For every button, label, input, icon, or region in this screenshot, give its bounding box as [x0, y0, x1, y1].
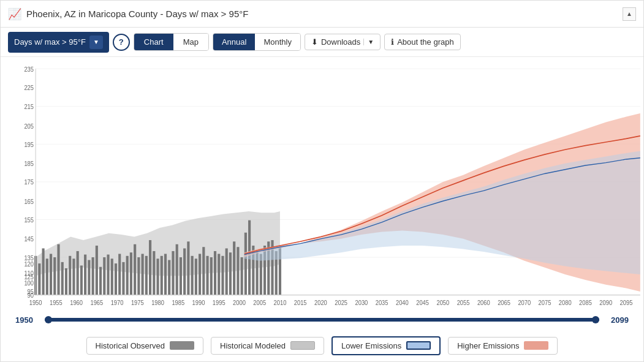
- timeline-track[interactable]: [45, 318, 599, 322]
- svg-rect-75: [115, 263, 117, 295]
- svg-text:175: 175: [24, 179, 34, 186]
- svg-rect-90: [172, 251, 174, 295]
- timeline-handle-right[interactable]: [592, 316, 599, 323]
- svg-rect-80: [134, 244, 136, 295]
- chart-icon: 📈: [8, 7, 21, 21]
- view-tab-group: Chart Map: [134, 33, 209, 51]
- svg-rect-57: [46, 258, 48, 295]
- svg-rect-77: [122, 262, 124, 295]
- downloads-button[interactable]: ⬇ Downloads ▼: [305, 34, 381, 50]
- legend-swatch-hist-mod: [290, 341, 315, 350]
- svg-text:2050: 2050: [436, 300, 449, 306]
- svg-rect-85: [153, 251, 155, 295]
- svg-text:2090: 2090: [599, 300, 612, 306]
- svg-rect-102: [218, 254, 220, 295]
- svg-rect-61: [61, 262, 64, 295]
- svg-rect-108: [241, 257, 243, 295]
- svg-text:2010: 2010: [274, 300, 287, 306]
- legend-historical-modeled[interactable]: Historical Modeled: [211, 337, 324, 355]
- svg-rect-64: [72, 258, 75, 295]
- svg-rect-59: [53, 257, 56, 295]
- period-monthly[interactable]: Monthly: [255, 34, 300, 50]
- svg-rect-74: [111, 258, 113, 295]
- svg-text:2080: 2080: [559, 300, 572, 306]
- period-annual[interactable]: Annual: [213, 34, 255, 50]
- svg-text:155: 155: [24, 217, 34, 224]
- svg-rect-73: [107, 255, 109, 295]
- svg-rect-58: [50, 254, 52, 295]
- svg-rect-71: [99, 267, 102, 295]
- svg-text:2000: 2000: [233, 300, 246, 306]
- svg-rect-101: [214, 251, 216, 295]
- legend-historical-observed[interactable]: Historical Observed: [86, 337, 203, 355]
- info-icon: ℹ: [391, 37, 394, 47]
- legend-lower-emissions[interactable]: Lower Emissions: [331, 336, 441, 355]
- svg-text:1975: 1975: [131, 300, 144, 306]
- svg-text:2055: 2055: [457, 300, 470, 306]
- svg-text:1980: 1980: [151, 300, 164, 306]
- timeline-row: 1950 2099: [1, 309, 643, 331]
- svg-rect-72: [103, 257, 105, 295]
- tab-chart[interactable]: Chart: [134, 34, 173, 50]
- help-button[interactable]: ?: [113, 34, 130, 51]
- svg-rect-84: [149, 240, 151, 295]
- about-button[interactable]: ℹ About the graph: [384, 34, 461, 50]
- svg-rect-107: [237, 247, 239, 295]
- svg-rect-93: [183, 248, 186, 295]
- svg-text:2040: 2040: [396, 300, 409, 306]
- svg-text:120: 120: [24, 260, 34, 267]
- page-title: Phoenix, AZ in Maricopa County - Days w/…: [26, 9, 623, 19]
- svg-rect-81: [137, 257, 140, 295]
- svg-text:235: 235: [24, 66, 34, 72]
- variable-dropdown[interactable]: Days w/ max > 95°F ▼: [8, 32, 109, 53]
- tab-map[interactable]: Map: [173, 34, 208, 50]
- svg-text:215: 215: [24, 104, 34, 110]
- svg-rect-66: [80, 265, 83, 295]
- svg-text:2085: 2085: [579, 300, 592, 306]
- svg-text:1970: 1970: [111, 300, 124, 306]
- legend-label-hist-mod: Historical Modeled: [220, 341, 286, 350]
- svg-text:110: 110: [24, 270, 34, 277]
- svg-rect-97: [199, 254, 201, 295]
- legend-swatch-higher: [524, 341, 548, 350]
- svg-rect-94: [187, 241, 189, 295]
- collapse-icon: ▲: [626, 10, 632, 17]
- svg-rect-69: [92, 257, 94, 295]
- toolbar: Days w/ max > 95°F ▼ ? Chart Map Annual …: [1, 28, 643, 57]
- svg-text:2035: 2035: [376, 300, 388, 306]
- collapse-button[interactable]: ▲: [623, 7, 636, 21]
- svg-rect-98: [202, 247, 205, 295]
- svg-rect-96: [195, 258, 197, 295]
- svg-rect-83: [145, 256, 148, 295]
- svg-rect-92: [180, 257, 182, 295]
- downloads-chevron-icon: ▼: [363, 39, 374, 45]
- download-icon: ⬇: [311, 37, 318, 47]
- svg-rect-67: [84, 255, 86, 295]
- svg-text:2060: 2060: [477, 300, 490, 306]
- chevron-down-icon: ▼: [89, 36, 103, 49]
- legend-swatch-lower: [406, 341, 431, 350]
- legend-higher-emissions[interactable]: Higher Emissions: [448, 337, 558, 355]
- svg-rect-63: [69, 256, 71, 295]
- legend-label-lower: Lower Emissions: [341, 341, 401, 350]
- chart-area: Days per year with max above 95°F 235 21…: [1, 57, 643, 309]
- svg-text:2005: 2005: [253, 300, 266, 306]
- svg-rect-99: [206, 256, 208, 295]
- chart-svg: Days per year with max above 95°F 235 21…: [1, 62, 643, 309]
- svg-rect-104: [225, 248, 228, 295]
- svg-text:1950: 1950: [29, 300, 42, 306]
- svg-text:2070: 2070: [518, 300, 531, 306]
- svg-rect-105: [229, 252, 232, 295]
- svg-text:2020: 2020: [314, 300, 327, 306]
- svg-rect-86: [156, 258, 159, 295]
- svg-rect-88: [164, 254, 167, 295]
- svg-rect-65: [77, 251, 79, 295]
- svg-text:2095: 2095: [620, 300, 633, 306]
- period-tab-group: Annual Monthly: [213, 33, 301, 51]
- timeline-handle-left[interactable]: [45, 316, 52, 323]
- svg-text:1960: 1960: [70, 300, 83, 306]
- x-axis: 1950 1955 1960 1965 1970 1975 1980 1985 …: [29, 300, 633, 306]
- svg-text:2025: 2025: [335, 300, 347, 306]
- svg-rect-79: [130, 252, 132, 295]
- svg-rect-56: [42, 248, 45, 295]
